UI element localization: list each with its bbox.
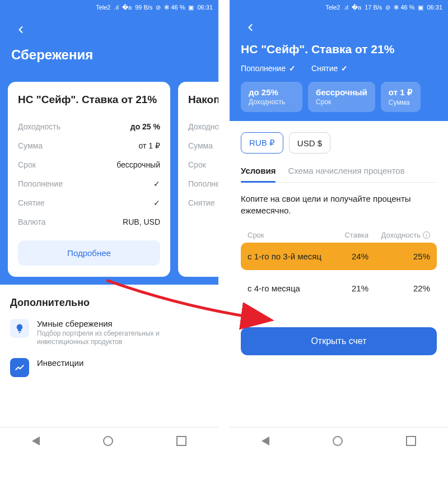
- system-nav-bar: [230, 427, 448, 454]
- row-sum: Сумма: [188, 136, 218, 155]
- th-rate: Ставка: [329, 231, 368, 239]
- check-icon: ✓: [153, 198, 160, 207]
- nav-home-icon[interactable]: [333, 436, 343, 446]
- battery-icon: ▣: [188, 4, 194, 11]
- label: Срок: [316, 98, 367, 106]
- product-header: НС "Сейф". Ставка от 21% Пополнение ✓ Сн…: [230, 15, 448, 121]
- carrier: Tele2: [96, 4, 110, 11]
- label: Доходность: [249, 98, 295, 106]
- value: от 1 ₽: [389, 87, 413, 97]
- value: RUB, USD: [123, 217, 160, 226]
- item-text: Инвестиции: [37, 358, 83, 368]
- card-title: Накопительный счет: [188, 93, 218, 107]
- speed: 17 B/s: [365, 4, 382, 11]
- label: Пополнение: [241, 64, 286, 73]
- cards-carousel[interactable]: НС "Сейф". Ставка от 21% Доходность до 2…: [0, 74, 218, 285]
- label: Снятие: [311, 64, 338, 73]
- row-currency: Валюта RUB, USD: [18, 212, 160, 231]
- page-title: Сбережения: [11, 47, 207, 63]
- value: бессрочный: [116, 160, 160, 169]
- row-withdraw: Снятие ✓: [18, 193, 160, 212]
- row-yield: Доходность до 25 %: [18, 117, 160, 136]
- open-account-button[interactable]: Открыть счет: [241, 327, 437, 355]
- pill-sum: от 1 ₽ Сумма: [381, 82, 421, 112]
- item-title: Инвестиции: [37, 358, 83, 368]
- item-smart-savings[interactable]: Умные сбережения Подбор портфеля из сбер…: [10, 319, 208, 347]
- rate: 21%: [329, 284, 368, 293]
- shield-icon: ⊘: [156, 4, 161, 11]
- product-title: НС "Сейф". Ставка от 21%: [241, 43, 437, 56]
- lightbulb-icon: [10, 319, 29, 338]
- section-title: Дополнительно: [10, 297, 208, 309]
- tab-conditions[interactable]: Условия: [241, 166, 276, 182]
- signal-icon: .ıl: [114, 4, 119, 11]
- label: Срок: [18, 160, 36, 169]
- value: от 1 ₽: [139, 141, 160, 150]
- row-sum: Сумма от 1 ₽: [18, 136, 160, 155]
- check-icon: ✓: [153, 179, 160, 188]
- divider: _: [243, 306, 437, 319]
- item-text: Умные сбережения Подбор портфеля из сбер…: [37, 319, 208, 347]
- label: Сумма: [389, 99, 413, 106]
- nav-back-icon[interactable]: [262, 436, 269, 445]
- wifi-icon: �a: [352, 4, 361, 11]
- term: с 1-го по 3-й месяц: [248, 252, 329, 261]
- currency-usd[interactable]: USD $: [289, 132, 330, 154]
- rates-table-header: Срок Ставка Доходность i: [241, 227, 437, 243]
- bt-battery: ✻ 46 %: [394, 4, 414, 11]
- currency-rub[interactable]: RUB ₽: [241, 132, 283, 154]
- product-card-seif: НС "Сейф". Ставка от 21% Доходность до 2…: [8, 82, 170, 277]
- info-icon[interactable]: i: [423, 231, 430, 239]
- battery-icon: ▣: [418, 4, 423, 11]
- nav-back-icon[interactable]: [32, 436, 40, 445]
- card-title: НС "Сейф". Ставка от 21%: [18, 93, 160, 107]
- carrier: Tele2: [325, 4, 340, 11]
- label: Сумма: [18, 141, 43, 150]
- label: Снятие: [18, 198, 44, 207]
- status-bar: Tele2 .ıl �a 99 B/s ⊘ ✻ 46 % ▣ 06:31: [0, 0, 218, 15]
- product-body: RUB ₽ USD $ Условия Схема начисления про…: [230, 121, 448, 427]
- feature-topup: Пополнение ✓: [241, 64, 296, 73]
- clock: 06:31: [427, 4, 442, 11]
- th-term: Срок: [248, 231, 329, 239]
- th-yield: Доходность i: [368, 231, 430, 239]
- feature-row: Пополнение ✓ Снятие ✓: [241, 64, 437, 73]
- shield-icon: ⊘: [385, 4, 390, 11]
- details-button[interactable]: Подробнее: [18, 240, 160, 266]
- back-button[interactable]: [11, 20, 30, 39]
- pill-term: бессрочный Срок: [308, 82, 375, 112]
- check-icon: ✓: [341, 64, 348, 73]
- system-nav-bar: [0, 427, 218, 454]
- rate-row: с 4-го месяца 21% 22%: [241, 275, 437, 302]
- additional-section: Дополнительно Умные сбережения Подбор по…: [0, 285, 218, 394]
- header: Сбережения: [0, 15, 218, 74]
- item-investments[interactable]: Инвестиции: [10, 358, 208, 377]
- rate: 24%: [329, 252, 368, 261]
- currency-selector: RUB ₽ USD $: [241, 132, 437, 154]
- speed: 99 B/s: [135, 4, 152, 11]
- row-term: Срок бессрочный: [18, 155, 160, 174]
- wifi-icon: �a: [122, 4, 132, 11]
- value: до 25 %: [130, 122, 160, 131]
- tab-scheme[interactable]: Схема начисления процентов: [288, 166, 404, 182]
- nav-home-icon[interactable]: [103, 436, 113, 446]
- clock: 06:31: [197, 4, 213, 11]
- row-term: Срок: [188, 155, 218, 174]
- pill-row: до 25% Доходность бессрочный Срок от 1 ₽…: [241, 82, 437, 112]
- nav-recent-icon[interactable]: [406, 436, 416, 446]
- bt-battery: ✻ 46 %: [164, 4, 185, 11]
- pill-yield: до 25% Доходность: [241, 82, 302, 112]
- status-bar: Tele2 .ıl �a 17 B/s ⊘ ✻ 46 % ▣ 06:31: [230, 0, 448, 15]
- chart-icon: [10, 358, 29, 377]
- phone-right: Tele2 .ıl �a 17 B/s ⊘ ✻ 46 % ▣ 06:31 НС …: [230, 0, 448, 454]
- row-yield: Доходность: [188, 117, 218, 136]
- label: Валюта: [18, 217, 46, 226]
- description: Копите на свои цели и получайте проценты…: [241, 193, 437, 216]
- item-subtitle: Подбор портфеля из сберегательных и инве…: [37, 329, 208, 347]
- nav-recent-icon[interactable]: [176, 436, 186, 446]
- value: бессрочный: [316, 87, 367, 97]
- value: до 25%: [249, 87, 295, 97]
- signal-icon: .ıl: [343, 4, 348, 11]
- yield: 25%: [368, 252, 430, 261]
- back-button[interactable]: [241, 18, 260, 37]
